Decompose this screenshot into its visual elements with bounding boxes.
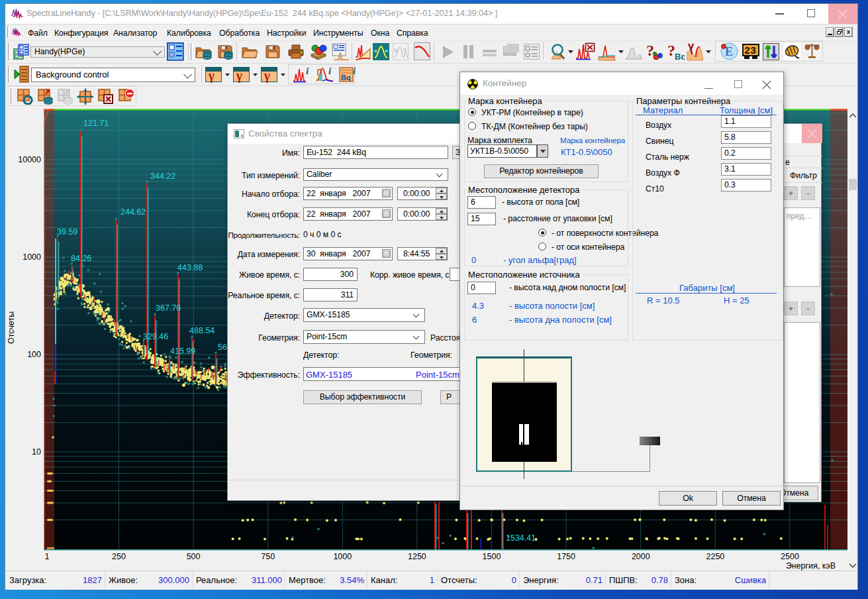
svg-text:84.26: 84.26	[71, 254, 91, 263]
svg-text:329.46: 329.46	[143, 332, 168, 341]
svg-text:E: E	[725, 45, 733, 58]
svg-text:?: ?	[646, 42, 654, 59]
svg-text:Bq: Bq	[341, 74, 351, 82]
svg-text:Bq: Bq	[675, 52, 685, 61]
svg-text:121.71: 121.71	[83, 119, 109, 128]
svg-text:39.59: 39.59	[57, 227, 77, 237]
svg-text:23: 23	[744, 46, 756, 57]
svg-text:415.99: 415.99	[170, 347, 195, 356]
svg-text:i: i	[306, 66, 309, 76]
svg-text:344.22: 344.22	[150, 172, 175, 181]
svg-text:244.62: 244.62	[121, 207, 146, 217]
svg-text:1534.41: 1534.41	[506, 533, 536, 543]
svg-text:i: i	[328, 66, 332, 76]
svg-text:i: i	[353, 66, 356, 76]
